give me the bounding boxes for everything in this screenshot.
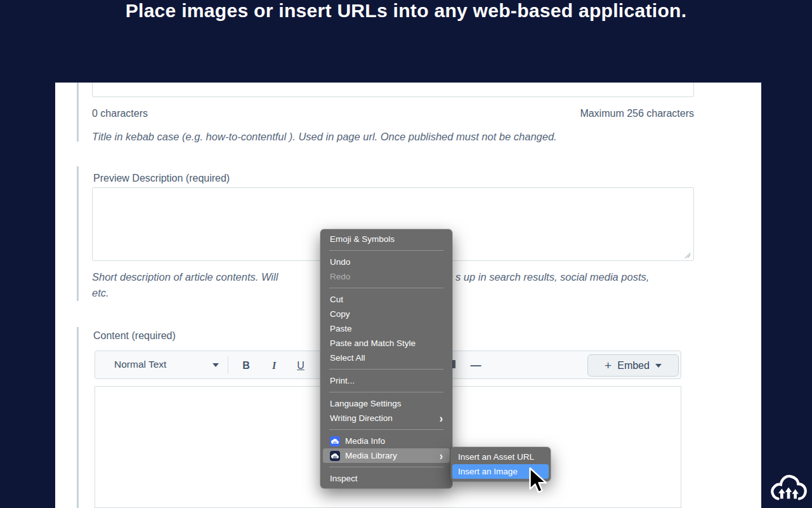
field-accent-bar bbox=[77, 166, 79, 301]
chevron-down-icon[interactable] bbox=[213, 363, 219, 367]
max-char-label: Maximum 256 characters bbox=[580, 108, 694, 119]
menu-item-inspect[interactable]: Inspect bbox=[320, 471, 452, 486]
chevron-down-icon bbox=[655, 364, 662, 368]
menu-item-media-library[interactable]: Media Library › bbox=[323, 448, 450, 463]
submenu-item-insert-asset-url[interactable]: Insert an Asset URL bbox=[450, 450, 551, 464]
context-menu: Emoji & Symbols Undo Redo Cut Copy Paste… bbox=[320, 229, 452, 488]
mouse-cursor-icon bbox=[528, 467, 549, 495]
title-helper-text: Title in kebab case (e.g. how-to-content… bbox=[92, 131, 701, 143]
menu-divider bbox=[329, 467, 443, 467]
preview-helper-text-start: Short description of article contents. W… bbox=[92, 271, 278, 283]
url-title-input[interactable] bbox=[92, 83, 694, 97]
menu-divider bbox=[329, 288, 443, 288]
field-accent-bar bbox=[77, 327, 79, 508]
paragraph-style-selector[interactable]: Normal Text bbox=[114, 359, 166, 370]
char-count: 0 characters bbox=[92, 108, 148, 119]
content-label: Content (required) bbox=[93, 330, 176, 342]
cloud-arrows-logo-icon bbox=[769, 470, 808, 503]
media-library-cloud-icon bbox=[330, 451, 340, 461]
menu-item-redo: Redo bbox=[320, 269, 452, 284]
char-count-row: 0 characters Maximum 256 characters bbox=[92, 108, 694, 119]
menu-item-writing-direction[interactable]: Writing Direction › bbox=[320, 411, 452, 425]
embed-button-label: Embed bbox=[617, 360, 650, 371]
embed-button[interactable]: + Embed bbox=[587, 354, 679, 377]
italic-button[interactable]: I bbox=[265, 357, 283, 374]
underline-button[interactable]: U bbox=[292, 357, 310, 374]
menu-item-undo[interactable]: Undo bbox=[320, 255, 452, 269]
field-accent-bar bbox=[77, 83, 79, 142]
bold-button[interactable]: B bbox=[237, 357, 255, 374]
menu-item-print[interactable]: Print... bbox=[320, 373, 452, 388]
preview-description-label: Preview Description (required) bbox=[93, 173, 230, 184]
quote-icon[interactable] bbox=[452, 360, 455, 368]
toolbar-divider bbox=[228, 356, 228, 374]
menu-item-cut[interactable]: Cut bbox=[320, 292, 452, 307]
hero-headline: Place images or insert URLs into any web… bbox=[0, 0, 812, 22]
menu-item-select-all[interactable]: Select All bbox=[320, 351, 452, 365]
menu-divider bbox=[329, 250, 443, 251]
menu-item-paste[interactable]: Paste bbox=[320, 321, 452, 336]
resize-handle[interactable] bbox=[684, 251, 691, 258]
menu-divider bbox=[329, 369, 443, 370]
menu-divider bbox=[329, 429, 443, 430]
submenu-chevron-icon: › bbox=[440, 412, 443, 424]
menu-item-paste-match-style[interactable]: Paste and Match Style bbox=[320, 336, 452, 351]
submenu-chevron-icon: › bbox=[440, 450, 443, 461]
menu-item-emoji-symbols[interactable]: Emoji & Symbols bbox=[320, 232, 452, 246]
menu-item-copy[interactable]: Copy bbox=[320, 307, 452, 321]
menu-item-media-info[interactable]: Media Info bbox=[320, 434, 452, 448]
preview-helper-text-end: s up in search results, social media pos… bbox=[455, 271, 649, 283]
menu-item-language-settings[interactable]: Language Settings bbox=[320, 396, 452, 411]
media-info-cloud-icon bbox=[330, 436, 340, 446]
horizontal-rule-button[interactable]: — bbox=[467, 357, 485, 374]
plus-icon: + bbox=[605, 359, 612, 373]
menu-divider bbox=[329, 392, 443, 392]
preview-helper-text-line2: etc. bbox=[92, 287, 109, 299]
